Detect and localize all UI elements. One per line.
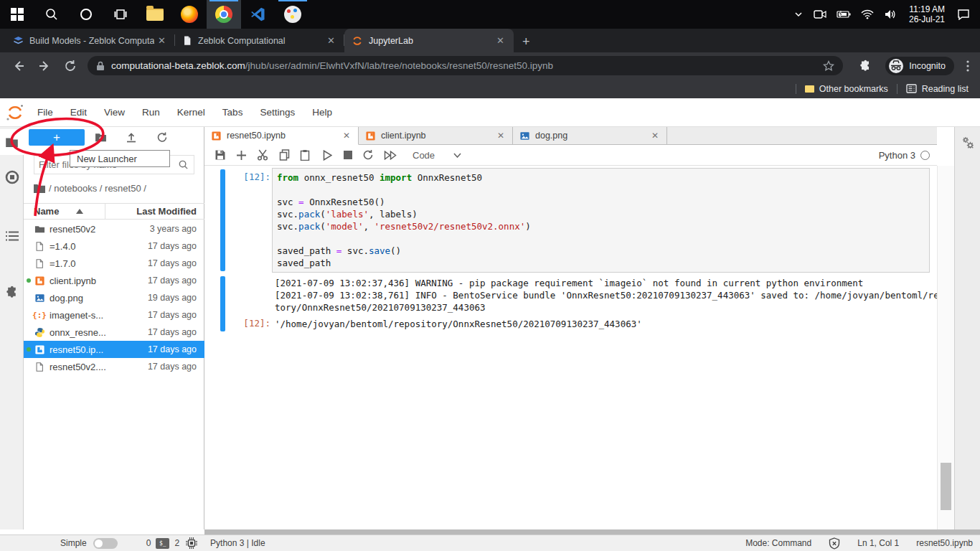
cell-type-dropdown[interactable]: Code	[413, 150, 435, 161]
url-bar[interactable]: computational-beta.zeblok.com/jhub/user/…	[88, 56, 843, 75]
add-cell-button[interactable]	[236, 150, 247, 161]
restart-run-all-button[interactable]	[384, 151, 397, 160]
output-collapser[interactable]	[220, 276, 225, 331]
kernel-name-label[interactable]: Python 3	[879, 150, 915, 161]
other-bookmarks-button[interactable]: Other bookmarks	[796, 84, 897, 94]
kernel-status-label[interactable]: Python 3 | Idle	[210, 538, 265, 548]
file-row[interactable]: resnet50.ip...17 days ago	[24, 341, 204, 358]
new-folder-button[interactable]	[95, 131, 107, 143]
reload-button[interactable]	[57, 60, 83, 72]
firefox-button[interactable]	[172, 0, 207, 29]
kernels-count[interactable]: 2	[174, 538, 179, 548]
file-row[interactable]: =1.4.017 days ago	[24, 237, 204, 255]
close-document-icon[interactable]: ✕	[494, 129, 508, 142]
refresh-file-list-button[interactable]	[156, 131, 168, 143]
property-inspector-gears-icon[interactable]	[961, 136, 975, 150]
paint3d-button[interactable]	[275, 0, 310, 29]
battery-icon[interactable]	[831, 10, 856, 19]
terminals-count[interactable]: 0	[146, 538, 151, 548]
file-row[interactable]: onnx_resne...17 days ago	[24, 324, 204, 341]
trust-shield-icon[interactable]	[829, 537, 840, 550]
close-tab-icon[interactable]: ✕	[493, 34, 508, 47]
start-button[interactable]	[0, 0, 34, 29]
restart-kernel-button[interactable]	[362, 149, 374, 161]
code-cell-editor[interactable]: from onnx_resnet50 import OnnxResnet50 s…	[272, 168, 930, 273]
menu-file[interactable]: File	[29, 107, 62, 118]
breadcrumb[interactable]: / notebooks / resnet50 /	[34, 183, 146, 194]
wifi-icon[interactable]	[856, 9, 879, 19]
vscode-button[interactable]	[241, 0, 275, 29]
copy-cells-button[interactable]	[279, 149, 290, 161]
task-view-button[interactable]	[103, 0, 138, 29]
browser-tab[interactable]: JupyterLab✕	[344, 29, 514, 52]
run-cell-button[interactable]	[323, 150, 332, 161]
menu-settings[interactable]: Settings	[251, 107, 303, 118]
file-row[interactable]: {:}imagenet-s...17 days ago	[24, 306, 204, 324]
jupyter-favicon-icon	[352, 35, 363, 47]
terminal-icon: $_	[156, 538, 169, 549]
modified-column-header[interactable]: Last Modified	[136, 206, 197, 217]
action-center-icon[interactable]	[952, 9, 980, 20]
upload-button[interactable]	[126, 131, 137, 143]
image-icon	[519, 131, 530, 141]
chevron-down-icon[interactable]	[453, 153, 461, 158]
kernel-status-icon[interactable]	[920, 151, 930, 160]
new-launcher-button[interactable]: +	[29, 129, 85, 146]
file-browser-tab[interactable]	[0, 129, 24, 155]
browser-menu-icon[interactable]	[960, 60, 976, 72]
close-document-icon[interactable]: ✕	[339, 129, 354, 142]
cut-cells-button[interactable]	[257, 149, 269, 161]
document-tab[interactable]: dog.png✕	[513, 127, 667, 144]
notebook-scrollbar[interactable]	[937, 166, 954, 529]
mode-indicator[interactable]: Mode: Command	[745, 538, 811, 548]
menu-view[interactable]: View	[95, 107, 133, 118]
other-bookmarks-label: Other bookmarks	[819, 84, 888, 94]
new-tab-button[interactable]: +	[514, 34, 539, 52]
back-button[interactable]	[6, 60, 32, 72]
file-explorer-button[interactable]	[138, 0, 172, 29]
running-sessions-tab[interactable]	[0, 164, 24, 190]
volume-icon[interactable]	[879, 9, 902, 19]
tray-chevron-icon[interactable]	[788, 9, 809, 19]
document-tab[interactable]: client.ipynb✕	[359, 127, 513, 144]
taskbar-search-button[interactable]	[34, 0, 69, 29]
close-tab-icon[interactable]: ✕	[154, 34, 169, 47]
browser-tab[interactable]: Build Models - Zeblok Computat✕	[6, 29, 175, 52]
file-row[interactable]: =1.7.017 days ago	[24, 255, 204, 272]
forward-button[interactable]	[32, 60, 57, 72]
taskbar-clock[interactable]: 11:19 AM 26-Jul-21	[902, 4, 952, 24]
extension-manager-tab[interactable]	[0, 279, 24, 305]
file-row[interactable]: dog.png19 days ago	[24, 289, 204, 306]
close-document-icon[interactable]: ✕	[648, 129, 662, 142]
menu-help[interactable]: Help	[303, 107, 341, 118]
reading-list-button[interactable]: Reading list	[897, 84, 980, 94]
input-collapser[interactable]	[220, 169, 225, 271]
scrollbar-thumb[interactable]	[941, 463, 951, 510]
paste-cells-button[interactable]	[300, 149, 310, 161]
current-file-label[interactable]: resnet50.ipynb	[916, 538, 973, 548]
menu-edit[interactable]: Edit	[62, 107, 95, 118]
menu-run[interactable]: Run	[133, 107, 169, 118]
cortana-button[interactable]	[69, 0, 103, 29]
simple-mode-toggle[interactable]	[93, 538, 118, 549]
interrupt-kernel-button[interactable]	[344, 151, 352, 159]
browser-tab[interactable]: Zeblok Computational✕	[175, 29, 344, 52]
horizontal-scrollbar[interactable]	[204, 529, 980, 534]
bookmark-star-icon[interactable]	[823, 60, 834, 72]
save-button[interactable]	[215, 149, 226, 161]
menu-kernel[interactable]: Kernel	[169, 107, 214, 118]
close-tab-icon[interactable]: ✕	[324, 34, 339, 47]
file-row[interactable]: resnet50v2....17 days ago	[24, 358, 204, 375]
file-browser-panel: + / notebooks / resnet50 / Name Last Mod…	[24, 127, 204, 529]
file-row[interactable]: client.ipynb17 days ago	[24, 272, 204, 289]
chrome-button[interactable]	[207, 0, 241, 29]
extensions-icon[interactable]	[853, 60, 878, 72]
file-icon	[34, 241, 45, 252]
open-tabs-tab[interactable]	[0, 223, 24, 249]
file-row[interactable]: resnet50v23 years ago	[24, 220, 204, 237]
document-tab[interactable]: resnet50.ipynb✕	[204, 127, 359, 145]
name-column-header[interactable]: Name	[34, 206, 59, 217]
meet-now-icon[interactable]	[809, 9, 831, 19]
cursor-position[interactable]: Ln 1, Col 1	[857, 538, 899, 548]
menu-tabs[interactable]: Tabs	[214, 107, 252, 118]
